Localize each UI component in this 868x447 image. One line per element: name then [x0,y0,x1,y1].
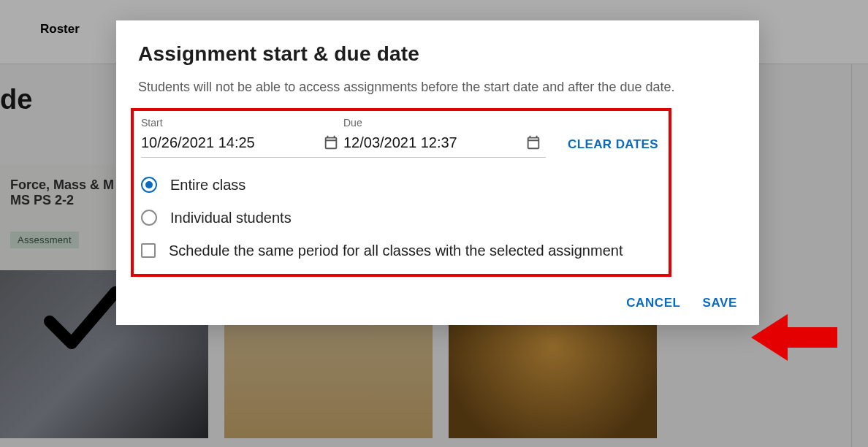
radio-entire-class-label: Entire class [170,177,245,194]
right-divider [851,64,852,447]
schedule-all-classes-checkbox[interactable] [141,243,156,258]
schedule-all-classes-label: Schedule the same period for all classes… [169,242,623,259]
audience-radio-group: Entire class Individual students [141,177,658,226]
radio-entire-class[interactable] [141,177,157,193]
clear-dates-button[interactable]: CLEAR DATES [568,137,658,152]
svg-marker-0 [751,314,837,361]
modal-title: Assignment start & due date [138,42,737,66]
radio-individual-students-label: Individual students [170,210,292,226]
save-button[interactable]: SAVE [703,296,737,310]
radio-individual-students[interactable] [141,210,157,226]
assignment-date-modal: Assignment start & due date Students wil… [116,20,759,325]
due-date-label: Due [343,117,546,129]
due-date-input[interactable] [343,134,525,151]
page-title: de [0,84,32,115]
assessment-badge: Assessment [10,232,79,248]
start-date-input[interactable] [141,134,323,151]
tab-roster[interactable]: Roster [40,22,80,37]
start-date-column: Start [141,117,343,158]
start-date-label: Start [141,117,343,129]
calendar-icon[interactable] [525,134,541,150]
modal-description: Students will not be able to access assi… [138,77,737,98]
cancel-button[interactable]: CANCEL [626,296,680,310]
annotation-highlight-box: Start Due CLEAR DATES [131,108,671,277]
checkmark-icon [35,278,123,368]
due-date-column: Due [343,117,546,158]
annotation-arrow-icon [751,308,839,367]
calendar-icon[interactable] [323,134,339,150]
